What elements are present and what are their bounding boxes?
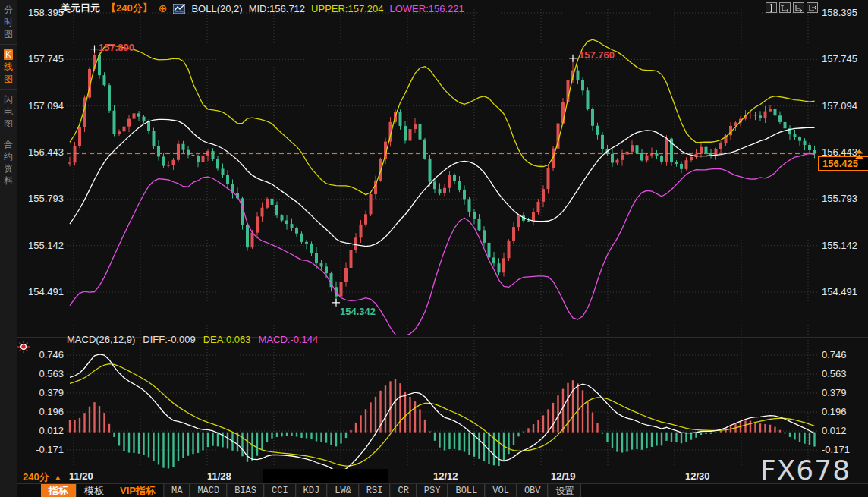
price-axis-label-left: 155.142	[18, 240, 64, 251]
reset-view-icon[interactable]	[807, 2, 818, 13]
price-axis-label-left: 154.491	[18, 286, 64, 297]
annotation-high-1: 157.890	[99, 42, 134, 53]
indicator-buttons: MAMACDBIASCCIKDJLW&RSICRPSYBOLLVOLOBV设置	[164, 484, 582, 497]
macd-axis-label-right: 0.746	[822, 349, 847, 360]
toolbar-button-macd[interactable]: MACD	[190, 484, 227, 497]
x-axis-label: 12/19	[551, 470, 576, 482]
toolbar-button-bias[interactable]: BIAS	[227, 484, 264, 497]
footer-period[interactable]: 240分▲	[23, 470, 62, 484]
bollinger-lines	[70, 39, 815, 337]
x-axis-label: 12/12	[433, 470, 458, 482]
macd-axis-label-right: -0.171	[822, 444, 850, 455]
app-window: 分时图K线图闪电图合约资料 美元日元 【240分】 ⊕ BOLL(20,2) M…	[0, 0, 868, 497]
macd-axis-label-left: 0.379	[18, 387, 64, 398]
chart-header: 美元日元 【240分】 ⊕ BOLL(20,2) MID:156.712 UPP…	[61, 2, 464, 15]
fit-y-axis-icon[interactable]	[779, 2, 791, 13]
price-axis-label-right: 154.491	[822, 286, 857, 297]
period-label: 【240分】	[106, 2, 153, 15]
chart-tools	[766, 2, 818, 13]
macd-dea-value: DEA:0.063	[203, 334, 251, 345]
toolbar-button-rsi[interactable]: RSI	[359, 484, 391, 497]
macd-axis-label-left: 0.563	[18, 368, 64, 379]
bottom-toolbar: 指标 模板 VIP指标 MAMACDBIASCCIKDJLW&RSICRPSYB…	[17, 483, 868, 497]
toolbar-button-psy[interactable]: PSY	[417, 484, 448, 497]
price-axis-label-right: 155.142	[822, 240, 857, 251]
grid-lines	[67, 9, 818, 467]
macd-diff-value: DIFF:-0.009	[143, 334, 195, 345]
price-marker-icon[interactable]	[854, 149, 865, 163]
price-axis-label-right: 157.094	[822, 100, 857, 112]
toolbar-button-lw[interactable]: LW&	[327, 484, 359, 497]
x-axis-label: 12/30	[685, 470, 710, 482]
macd-axis-label-right: 0.563	[822, 368, 847, 379]
mini-chart-icon[interactable]	[173, 4, 185, 14]
pan-tool-icon[interactable]	[766, 2, 777, 13]
toolbar-button-boll[interactable]: BOLL	[448, 484, 485, 497]
toolbar-button-vol[interactable]: VOL	[485, 484, 517, 497]
annotation-low-1: 154.342	[340, 306, 376, 317]
price-axis-label-left: 155.793	[18, 193, 64, 204]
price-axis-label-right: 157.745	[822, 53, 857, 64]
macd-axis-label-right: 0.196	[822, 406, 847, 417]
sidebar-item-1[interactable]: 分时图	[0, 0, 17, 44]
macd-layer	[70, 354, 815, 471]
tab-templates[interactable]: 模板	[77, 484, 112, 497]
macd-axis-label-left: 0.196	[18, 406, 64, 417]
fit-x-axis-icon[interactable]	[793, 2, 804, 13]
macd-title: MACD(26,12,9)	[67, 334, 135, 345]
boll-params-label: BOLL(20,2)	[191, 3, 242, 14]
blackout-box	[263, 469, 388, 483]
toolbar-button-cr[interactable]: CR	[390, 484, 416, 497]
price-axis-label-left: 156.443	[18, 146, 64, 158]
boll-upper-value: UPPER:157.204	[311, 3, 383, 14]
symbol-title: 美元日元	[61, 2, 100, 15]
price-axis-label-left: 157.094	[18, 100, 64, 112]
toolbar-button-cci[interactable]: CCI	[264, 484, 296, 497]
price-axis-label-right: 155.793	[822, 193, 857, 204]
toolbar-button-[interactable]: 设置	[548, 484, 581, 497]
sidebar-item-4[interactable]: 合约资料	[0, 134, 17, 190]
toolbar-button-obv[interactable]: OBV	[517, 484, 549, 497]
x-axis-label: 11/28	[207, 470, 231, 482]
price-axis-label-right: 158.395	[822, 7, 857, 18]
macd-axis-label-left: -0.171	[18, 444, 64, 455]
sidebar-item-3[interactable]: 闪电图	[0, 89, 17, 134]
globe-icon[interactable]: ⊕	[159, 3, 168, 14]
watermark: FX678	[760, 455, 851, 486]
macd-macd-value: MACD:-0.144	[259, 334, 319, 345]
macd-axis-label-right: 0.379	[822, 387, 847, 398]
toolbar-spacer	[17, 484, 41, 497]
x-axis-label: 11/20	[69, 470, 93, 482]
period-arrow-icon: ▲	[54, 473, 62, 482]
annotation-high-2: 157.760	[579, 49, 615, 61]
sidebar: 分时图K线图闪电图合约资料	[0, 0, 17, 497]
chart-canvas[interactable]	[0, 0, 868, 497]
toolbar-button-kdj[interactable]: KDJ	[296, 484, 328, 497]
live-indicator-icon	[17, 341, 30, 356]
macd-axis-label-right: 0.012	[822, 425, 847, 436]
price-axis-label-left: 158.395	[18, 7, 64, 18]
price-axis-label-left: 157.745	[18, 53, 64, 64]
sidebar-tabs: 分时图K线图闪电图合约资料	[0, 0, 17, 190]
macd-axis-label-left: 0.012	[18, 425, 64, 436]
tab-vip-indicators[interactable]: VIP指标	[112, 484, 164, 497]
sidebar-item-2[interactable]: K线图	[0, 44, 17, 89]
toolbar-button-ma[interactable]: MA	[164, 484, 190, 497]
tab-indicators[interactable]: 指标	[41, 484, 77, 497]
macd-header: MACD(26,12,9) DIFF:-0.009 DEA:0.063 MACD…	[67, 334, 318, 345]
boll-lower-value: LOWER:156.221	[389, 3, 464, 14]
boll-mid-value: MID:156.712	[249, 3, 305, 14]
